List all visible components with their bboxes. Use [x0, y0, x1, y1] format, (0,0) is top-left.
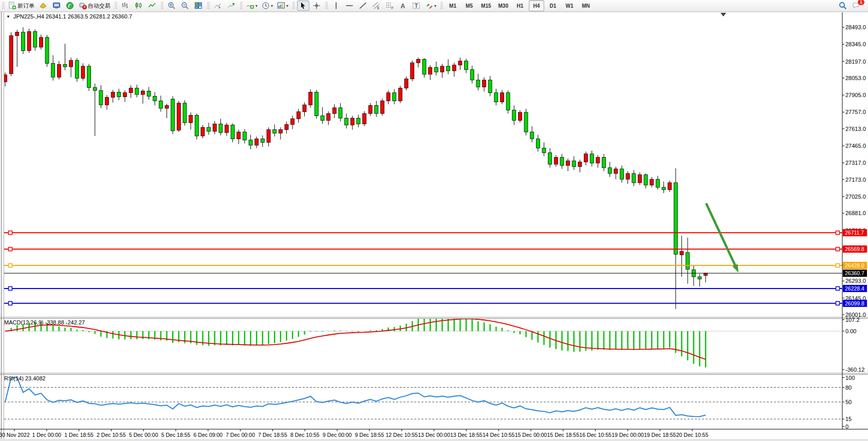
candle[interactable] [129, 88, 133, 93]
candle[interactable] [650, 179, 654, 185]
candle[interactable] [465, 61, 468, 70]
tf-h4[interactable]: H4 [529, 0, 544, 11]
line-handle[interactable] [9, 286, 12, 290]
candle[interactable] [279, 130, 282, 133]
candle[interactable] [483, 80, 486, 87]
line-handle[interactable] [9, 301, 12, 305]
candle[interactable] [674, 183, 677, 254]
candle[interactable] [261, 139, 264, 143]
tf-m5[interactable]: M5 [461, 0, 477, 11]
line-handle[interactable] [9, 231, 12, 235]
equidistant-channel-button[interactable]: E [370, 1, 382, 11]
candle[interactable] [476, 80, 480, 87]
candle[interactable] [213, 124, 216, 131]
candle[interactable] [153, 96, 157, 101]
candle[interactable] [494, 93, 498, 102]
candle[interactable] [357, 118, 360, 124]
candle[interactable] [63, 65, 67, 67]
candle[interactable] [380, 101, 384, 113]
timeframe-group-grip[interactable] [440, 2, 443, 9]
candle[interactable] [590, 154, 594, 163]
trendline-button[interactable] [357, 1, 369, 11]
autotrading-button[interactable]: 自动交易 [77, 1, 112, 11]
candle[interactable] [345, 118, 348, 125]
candle[interactable] [416, 59, 420, 63]
candle[interactable] [267, 130, 270, 143]
candle[interactable] [350, 118, 354, 125]
candle[interactable] [171, 99, 175, 131]
candle[interactable] [39, 37, 43, 47]
candle[interactable] [105, 98, 109, 105]
candle[interactable] [608, 168, 612, 174]
candle[interactable] [141, 91, 144, 94]
arrows-button[interactable]: ▾ [423, 1, 438, 11]
tf-w1[interactable]: W1 [562, 0, 577, 11]
horizontal-line-button[interactable] [343, 1, 356, 11]
candle[interactable] [57, 65, 61, 78]
candle[interactable] [572, 161, 576, 166]
candle[interactable] [69, 61, 73, 67]
candle[interactable] [285, 124, 288, 129]
candle[interactable] [291, 119, 294, 124]
candle[interactable] [321, 116, 324, 121]
candle[interactable] [680, 252, 684, 255]
zoom-group-grip[interactable] [161, 2, 163, 9]
candle[interactable] [219, 124, 223, 132]
candle[interactable] [422, 59, 426, 74]
candle[interactable] [411, 63, 414, 79]
insert-group-grip[interactable] [240, 2, 243, 9]
templates-button[interactable]: ▾ [275, 1, 290, 11]
candle[interactable] [147, 91, 151, 96]
candle[interactable] [656, 179, 659, 187]
candle[interactable] [117, 92, 121, 97]
tf-h1[interactable]: H1 [512, 0, 528, 11]
macd-pane[interactable] [4, 317, 842, 368]
price-axis[interactable]: 28493.028345.028197.028053.027905.027757… [842, 24, 867, 318]
candle[interactable] [195, 115, 198, 136]
scroll-group-grip[interactable] [207, 2, 210, 9]
crosshair-button[interactable] [310, 1, 323, 11]
candle[interactable] [243, 132, 247, 140]
candle[interactable] [518, 112, 522, 121]
line-chart-button[interactable] [146, 1, 158, 11]
candle[interactable] [620, 169, 623, 179]
tf-m30[interactable]: M30 [495, 0, 511, 11]
candle[interactable] [159, 101, 162, 108]
candlestick-chart-canvas[interactable]: 28493.028345.028197.028053.027905.027757… [0, 0, 868, 441]
candle[interactable] [375, 105, 378, 113]
candle[interactable] [111, 92, 115, 98]
line-handle[interactable] [836, 286, 840, 290]
time-axis[interactable]: 30 Nov 20221 Dec 00:001 Dec 18:552 Dec 1… [0, 429, 708, 438]
candle[interactable] [548, 152, 552, 164]
periods-button-dropdown-icon[interactable]: ▾ [271, 4, 273, 8]
candle[interactable] [614, 169, 618, 174]
new-order-button[interactable]: 新订单 [7, 1, 36, 11]
candle[interactable] [123, 93, 127, 97]
vertical-line-button[interactable] [330, 1, 342, 11]
candle[interactable] [237, 132, 241, 139]
candle[interactable] [447, 66, 450, 71]
candle[interactable] [386, 93, 390, 101]
candle[interactable] [363, 113, 366, 124]
line-handle[interactable] [9, 264, 12, 267]
zoom-in-button[interactable] [165, 1, 178, 11]
candle[interactable] [339, 108, 342, 118]
candle[interactable] [632, 174, 636, 183]
candle[interactable] [231, 125, 234, 139]
candle[interactable] [51, 63, 55, 77]
candle[interactable] [9, 35, 13, 73]
zoom-out-button[interactable] [179, 1, 191, 11]
rsi-pane[interactable] [4, 378, 842, 419]
line-handle[interactable] [836, 301, 840, 305]
tf-m1[interactable]: M1 [445, 0, 460, 11]
candle[interactable] [333, 108, 336, 113]
chart-shift-button[interactable] [225, 1, 237, 11]
line-handle[interactable] [836, 264, 840, 267]
candle[interactable] [668, 183, 672, 189]
candle[interactable] [512, 110, 516, 120]
candle[interactable] [315, 92, 318, 116]
candle[interactable] [303, 105, 306, 111]
candle[interactable] [458, 61, 462, 65]
cursor-group-grip[interactable] [292, 2, 295, 9]
candle[interactable] [87, 66, 91, 88]
